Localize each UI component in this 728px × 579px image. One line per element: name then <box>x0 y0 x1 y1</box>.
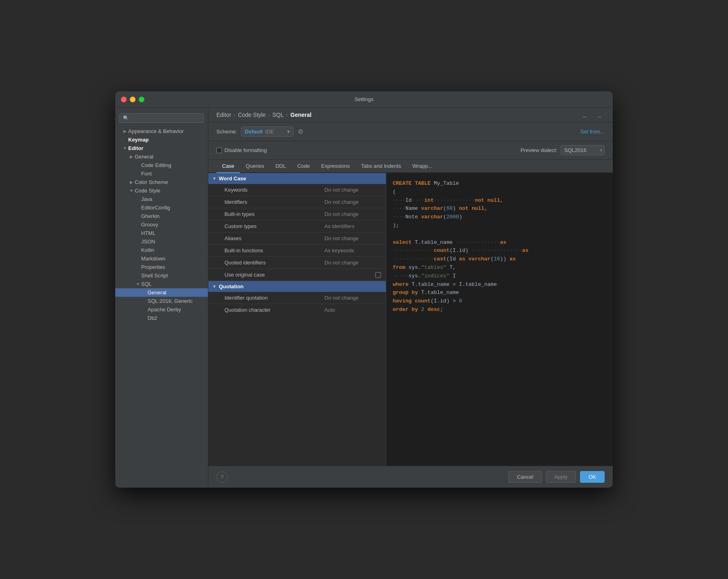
sidebar-item-kotlin[interactable]: Kotlin <box>115 246 208 254</box>
code-line: ·············cast(Id as varchar(10)) as <box>393 255 606 264</box>
sidebar-item-html[interactable]: HTML <box>115 229 208 237</box>
sidebar-item-label: Gherkin <box>141 213 205 219</box>
sidebar-items-container: ▶Appearance & BehaviorKeymap▼Editor▶Gene… <box>115 127 208 322</box>
scheme-chevron-icon: ▾ <box>287 129 290 135</box>
code-line: group by T.table_name <box>393 289 606 297</box>
tabs-row: CaseQueriesDDLCodeExpressionsTabs and In… <box>208 160 613 173</box>
setting-identifier-quotation: Identifier quotationDo not change <box>208 292 386 304</box>
setting-value: As keywords <box>324 247 381 254</box>
window-title: Settings <box>355 96 374 102</box>
sidebar-item-code-editing[interactable]: Code Editing <box>115 161 208 169</box>
close-button[interactable] <box>121 97 127 102</box>
disable-formatting-checkbox[interactable] <box>216 148 222 153</box>
sidebar-item-label: General <box>135 154 205 160</box>
setting-checkbox[interactable] <box>375 272 381 278</box>
sidebar-item-label: Code Editing <box>141 162 205 168</box>
main-layout: 🔍 ▶Appearance & BehaviorKeymap▼Editor▶Ge… <box>115 108 613 488</box>
tab-expressions[interactable]: Expressions <box>315 160 356 173</box>
code-line: ····Name varchar(60) not null, <box>393 205 606 213</box>
cancel-button[interactable]: Cancel <box>508 471 542 483</box>
settings-window: Settings 🔍 ▶Appearance & BehaviorKeymap▼… <box>115 91 613 488</box>
dialect-row: Preview dialect: SQL2016MySQLPostgreSQLO… <box>521 145 605 155</box>
sidebar-item-sql2016[interactable]: SQL:2016, Generic <box>115 297 208 305</box>
sidebar-item-markdown[interactable]: Markdown <box>115 254 208 263</box>
sidebar-item-label: SQL <box>141 281 205 287</box>
scheme-select[interactable]: Default IDE ▾ <box>241 127 294 137</box>
dialect-select[interactable]: SQL2016MySQLPostgreSQLOracleSQLite <box>561 145 605 155</box>
sidebar-item-editorconfig[interactable]: EditorConfig <box>115 203 208 212</box>
sidebar-item-color-scheme[interactable]: ▶Color Scheme <box>115 178 208 186</box>
setting-use-original-case: Use original case <box>208 269 386 281</box>
setting-keywords: KeywordsDo not change <box>208 184 386 196</box>
setting-name: Custom types <box>224 223 324 229</box>
tab-case[interactable]: Case <box>216 160 240 173</box>
sidebar-item-label: Apache Derby <box>148 306 205 313</box>
section-quotation[interactable]: ▼Quotation <box>208 281 386 292</box>
setting-value: As identifiers <box>324 223 381 229</box>
sidebar-item-label: Properties <box>141 264 205 270</box>
code-line <box>393 230 606 239</box>
sidebar-item-label: Font <box>141 171 205 177</box>
setting-custom-types: Custom typesAs identifiers <box>208 220 386 232</box>
help-button[interactable]: ? <box>216 471 228 483</box>
code-line: ·····sys."indices" I <box>393 272 606 281</box>
sidebar-item-java[interactable]: Java <box>115 195 208 203</box>
sidebar-item-general[interactable]: ▶General <box>115 152 208 161</box>
tab-code[interactable]: Code <box>292 160 315 173</box>
maximize-button[interactable] <box>139 97 144 102</box>
setting-name: Aliases <box>224 235 324 241</box>
back-button[interactable]: ← <box>580 112 591 121</box>
code-line: select T.table_name ··············as <box>393 239 606 247</box>
breadcrumb-separator: › <box>268 112 270 118</box>
sidebar-item-keymap[interactable]: Keymap <box>115 135 208 144</box>
scheme-gear-button[interactable]: ⚙ <box>298 128 303 135</box>
sidebar-item-shell-script[interactable]: Shell Script <box>115 271 208 280</box>
setting-name: Quotation character <box>224 307 324 313</box>
content-area: Editor›Code Style›SQL›General ← → Scheme… <box>208 108 613 488</box>
sidebar-item-sql[interactable]: ▼SQL <box>115 280 208 288</box>
sidebar-item-general-sql[interactable]: General <box>115 288 208 297</box>
sidebar-item-label: Code Style <box>135 188 205 194</box>
code-line: ( <box>393 188 606 197</box>
setting-value: Do not change <box>324 187 381 193</box>
sidebar-item-apache-derby[interactable]: Apache Derby <box>115 305 208 314</box>
sidebar-item-properties[interactable]: Properties <box>115 263 208 271</box>
apply-button[interactable]: Apply <box>546 471 576 483</box>
tab-queries[interactable]: Queries <box>240 160 270 173</box>
breadcrumb-item: SQL <box>272 112 284 118</box>
set-from-link[interactable]: Set from... <box>580 129 605 135</box>
sidebar-item-code-style[interactable]: ▼Code Style <box>115 186 208 195</box>
section-title: Word Case <box>219 175 246 182</box>
setting-name: Built-in functions <box>224 247 324 254</box>
sidebar-item-db2[interactable]: Db2 <box>115 314 208 322</box>
tab-wrapping[interactable]: Wrapp... <box>407 160 438 173</box>
tab-ddl[interactable]: DDL <box>270 160 292 173</box>
sidebar-item-editor[interactable]: ▼Editor <box>115 144 208 152</box>
code-line: order by 2 desc; <box>393 306 606 314</box>
forward-button[interactable]: → <box>593 112 605 121</box>
sidebar-item-appearance[interactable]: ▶Appearance & Behavior <box>115 127 208 135</box>
sidebar-item-font[interactable]: Font <box>115 169 208 178</box>
sidebar: 🔍 ▶Appearance & BehaviorKeymap▼Editor▶Ge… <box>115 108 208 488</box>
split-area: ▼Word CaseKeywordsDo not changeIdentifie… <box>208 173 613 466</box>
disable-formatting-label[interactable]: Disable formatting <box>216 147 267 153</box>
code-line: ····Id····int·············not null, <box>393 197 606 205</box>
sidebar-item-json[interactable]: JSON <box>115 237 208 246</box>
sidebar-item-gherkin[interactable]: Gherkin <box>115 212 208 220</box>
disable-formatting-text: Disable formatting <box>224 147 267 153</box>
setting-value: Do not change <box>324 260 381 266</box>
tab-tabs-indents[interactable]: Tabs and Indents <box>356 160 407 173</box>
sidebar-item-label: Db2 <box>148 315 205 321</box>
arrow-icon: ▶ <box>128 180 135 184</box>
code-line: where T.table_name = I.table_name <box>393 281 606 289</box>
search-box[interactable]: 🔍 <box>119 113 204 123</box>
minimize-button[interactable] <box>130 97 135 102</box>
code-line: ); <box>393 222 606 230</box>
arrow-icon: ▼ <box>128 188 135 193</box>
search-input[interactable] <box>131 115 200 121</box>
sidebar-item-label: Editor <box>128 145 205 151</box>
ok-button[interactable]: OK <box>580 471 605 483</box>
section-word-case[interactable]: ▼Word Case <box>208 173 386 184</box>
sidebar-item-label: SQL:2016, Generic <box>148 298 205 304</box>
sidebar-item-groovy[interactable]: Groovy <box>115 220 208 229</box>
